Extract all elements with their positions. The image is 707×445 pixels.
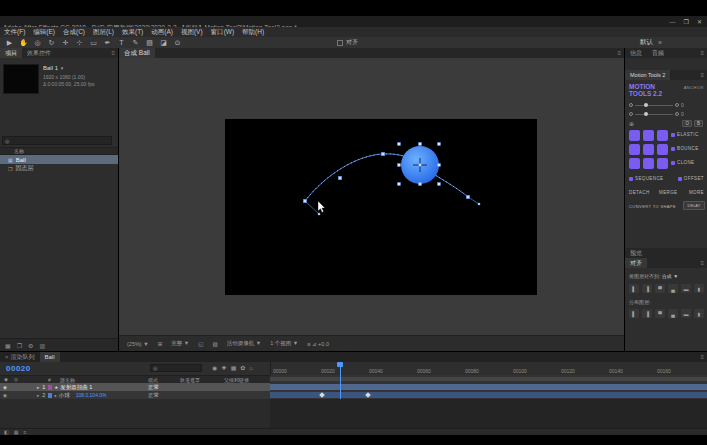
snap-checkbox[interactable] [337,40,343,46]
camera-tool-icon[interactable]: ✛ [61,39,70,47]
menu-file[interactable]: 文件(F) [4,28,25,37]
preset-button[interactable] [643,130,654,141]
composition-mini-flowchart-icon[interactable]: ◉ [212,364,217,371]
brush-tool-icon[interactable]: ✎ [131,39,140,47]
preset-button[interactable] [657,130,668,141]
layer-mode-select[interactable]: 正常 [148,392,159,399]
origin-button[interactable]: O [682,120,692,127]
merge-button[interactable]: MERGE [659,190,678,195]
selection-tool-icon[interactable]: ▶ [5,39,14,47]
align-center-v-button[interactable]: ▬ [681,284,691,293]
item-caret-icon[interactable]: ▼ [60,66,64,71]
distribute-center-h-button[interactable]: ▐ [642,309,652,318]
convert-to-shape-button[interactable]: CONVERT TO SHAPE [629,204,676,209]
hand-tool-icon[interactable]: ✋ [19,39,28,47]
project-search-input[interactable]: ◎ [2,136,112,145]
distribute-bottom-button[interactable]: ▮ [694,309,704,318]
close-icon[interactable]: × [5,354,9,360]
menu-window[interactable]: 窗口(W) [211,28,234,37]
tab-preview[interactable]: 预览 [625,248,647,258]
grid-options-icon[interactable]: ⊞ [158,341,163,347]
frame-blend-icon[interactable]: ▦ [231,364,237,371]
align-bottom-button[interactable]: ▮ [694,284,704,293]
pan-behind-tool-icon[interactable]: ⊹ [75,39,84,47]
workspace-default-button[interactable]: 默认 [640,38,653,47]
bounce-button[interactable]: BOUNCE [671,146,699,151]
puppet-tool-icon[interactable]: ⊙ [173,39,182,47]
snap-toggle[interactable]: 对齐 [337,38,358,47]
tab-timeline-ball[interactable]: Ball [40,352,60,362]
zoom-level-select[interactable]: (25%) ▼ [127,341,149,347]
preset-button[interactable] [643,158,654,169]
detach-button[interactable]: DETACH [629,190,650,195]
tab-effect-controls[interactable]: 效果控件 [22,48,56,58]
timeline-options-icon[interactable]: ≡ [23,429,26,435]
align-center-h-button[interactable]: ▐ [642,284,652,293]
project-settings-icon[interactable]: ⚙ [28,342,33,349]
preset-button[interactable] [629,130,640,141]
alpha-toggle-icon[interactable]: ▨ [212,341,217,347]
view-layout-select[interactable]: 1 个视图 ▼ [270,340,298,347]
bounds-button[interactable]: B [694,120,703,127]
visibility-icon[interactable]: ◉ [3,393,7,398]
draft-3d-icon[interactable]: ❖ [221,364,226,371]
menu-help[interactable]: 帮助(H) [242,28,264,37]
panel-menu-icon[interactable]: ≡ [700,50,707,56]
layer-color-swatch[interactable] [48,393,52,398]
eraser-tool-icon[interactable]: ◪ [159,39,168,47]
close-button[interactable]: ✕ [697,18,702,25]
composition-canvas[interactable] [225,119,537,295]
distribute-top-button[interactable]: ▄ [668,309,678,318]
time-ruler[interactable]: 00000 00020 00040 00060 00080 00100 0012… [270,362,707,375]
align-to-select[interactable]: 合成 ▼ [662,273,678,279]
panel-menu-icon[interactable]: ≡ [700,72,707,78]
panel-menu-icon[interactable]: ≡ [700,354,707,360]
maximize-button[interactable]: ❐ [684,18,689,25]
panel-menu-icon[interactable]: ≡ [700,260,707,266]
pen-tool-icon[interactable]: ✒ [103,39,112,47]
playhead-line[interactable] [340,362,341,399]
tab-project[interactable]: 项目 [0,48,22,58]
clone-button[interactable]: CLONE [671,160,695,165]
menu-view[interactable]: 视图(V) [181,28,203,37]
preset-button[interactable] [629,158,640,169]
tab-motion-tools[interactable]: Motion Tools 2 [625,70,670,80]
sequence-button[interactable]: SEQUENCE [629,176,663,181]
tab-info[interactable]: 信息 [625,48,647,58]
tab-render-queue[interactable]: × 渲染队列 [0,352,40,362]
slider-knob[interactable] [644,103,648,107]
layer-duration-bar[interactable] [270,384,707,390]
layer-duration-bar[interactable] [270,392,707,398]
visibility-icon[interactable]: ◉ [3,385,7,390]
distribute-left-button[interactable]: ▌ [629,309,639,318]
layer-row-2[interactable]: ◉ ▸ 2 ● 小球 108.0,104.0% 正常 [0,391,270,399]
toggle-switches-icon[interactable]: ◧ [4,429,9,435]
work-area-bar[interactable] [270,377,707,381]
layer-color-swatch[interactable] [48,385,52,390]
anchor-slider-x[interactable]: 0 [629,102,684,108]
align-left-button[interactable]: ▌ [629,284,639,293]
delay-button[interactable]: DELAY [683,201,705,210]
menu-animation[interactable]: 动画(A) [151,28,173,37]
shape-tool-icon[interactable]: ▭ [89,39,98,47]
viewer-extra-icons[interactable]: ≡ ⊿ +0.0 [307,341,329,347]
trash-icon[interactable]: ▥ [39,342,45,349]
anchor-slider-y[interactable]: 0 [629,111,684,117]
menu-effect[interactable]: 效果(T) [122,28,143,37]
preset-button[interactable] [643,144,654,155]
bezier-handle-dot[interactable] [478,203,481,206]
new-composition-icon[interactable]: ▦ [5,342,11,349]
anchor-target-icon[interactable]: ⊕ [629,120,634,127]
bezier-handle-dot[interactable] [318,213,321,216]
property-value[interactable]: 108.0,104.0% [76,392,107,398]
roi-icon[interactable]: ◱ [198,341,203,347]
align-right-button[interactable]: ▀ [655,284,665,293]
menu-layer[interactable]: 图层(L) [93,28,114,37]
expand-arrow-icon[interactable]: ▸ [37,393,39,398]
preset-button[interactable] [657,158,668,169]
tab-audio[interactable]: 音频 [647,48,669,58]
minimize-button[interactable]: — [670,19,676,25]
zoom-tool-icon[interactable]: ◎ [33,39,42,47]
panel-menu-icon[interactable]: ≡ [111,50,118,56]
new-folder-icon[interactable]: ❐ [17,342,22,349]
